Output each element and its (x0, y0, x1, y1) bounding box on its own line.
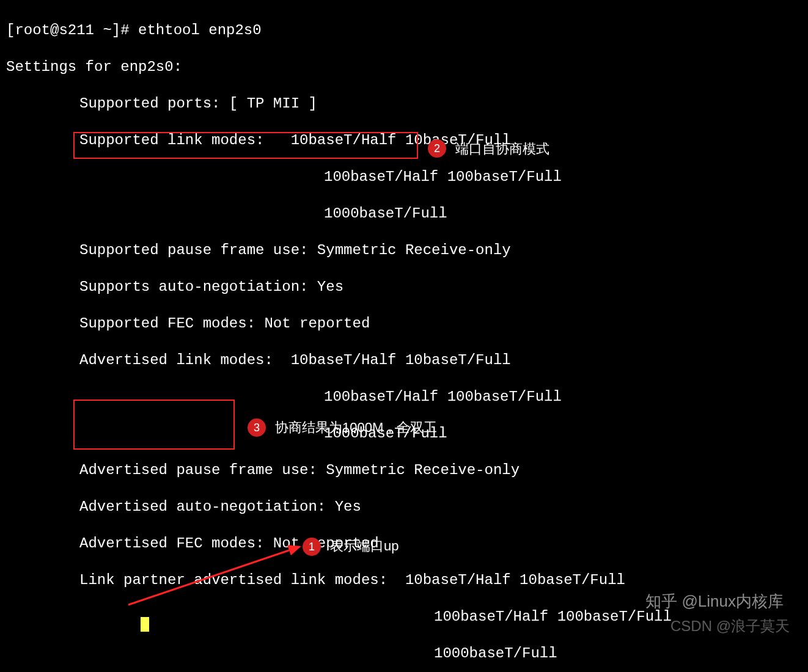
watermark-zhihu: 知乎 @Linux内核库 (645, 591, 784, 612)
terminal-cursor (141, 617, 149, 632)
supported-link-modes-3: 1000baseT/Full (6, 205, 672, 223)
lp-link-modes: Link partner advertised link modes: 10ba… (6, 571, 672, 590)
supported-pause: Supported pause frame use: Symmetric Rec… (6, 241, 672, 260)
advertised-auto: Advertised auto-negotiation: Yes (6, 498, 672, 516)
annotation-badge-3: 3 (248, 418, 266, 437)
supported-link-modes-2: 100baseT/Half 100baseT/Full (6, 168, 672, 186)
watermark-csdn: CSDN @浪子莫天 (670, 617, 790, 635)
lp-link-modes-2: 100baseT/Half 100baseT/Full (6, 608, 672, 626)
supported-ports: Supported ports: [ TP MII ] (6, 95, 672, 113)
advertised-link-modes: Advertised link modes: 10baseT/Half 10ba… (6, 351, 672, 370)
prompt-line: [root@s211 ~]# ethtool enp2s0 (6, 21, 672, 40)
annotation-text-3: 协商结果为1000M，全双工 (275, 419, 437, 436)
terminal-output: [root@s211 ~]# ethtool enp2s0 Settings f… (6, 3, 672, 672)
supported-fec: Supported FEC modes: Not reported (6, 315, 672, 333)
advertised-pause: Advertised pause frame use: Symmetric Re… (6, 461, 672, 480)
supports-auto-negotiation: Supports auto-negotiation: Yes (6, 278, 672, 296)
annotation-text-1: 表示端口up (330, 538, 398, 555)
annotation-badge-2: 2 (428, 139, 446, 158)
settings-header: Settings for enp2s0: (6, 58, 672, 76)
advertised-link-modes-2: 100baseT/Half 100baseT/Full (6, 388, 672, 406)
lp-link-modes-3: 1000baseT/Full (6, 645, 672, 663)
supported-link-modes: Supported link modes: 10baseT/Half 10bas… (6, 131, 672, 150)
annotation-badge-1: 1 (303, 538, 321, 556)
annotation-text-2: 端口自协商模式 (455, 141, 549, 158)
